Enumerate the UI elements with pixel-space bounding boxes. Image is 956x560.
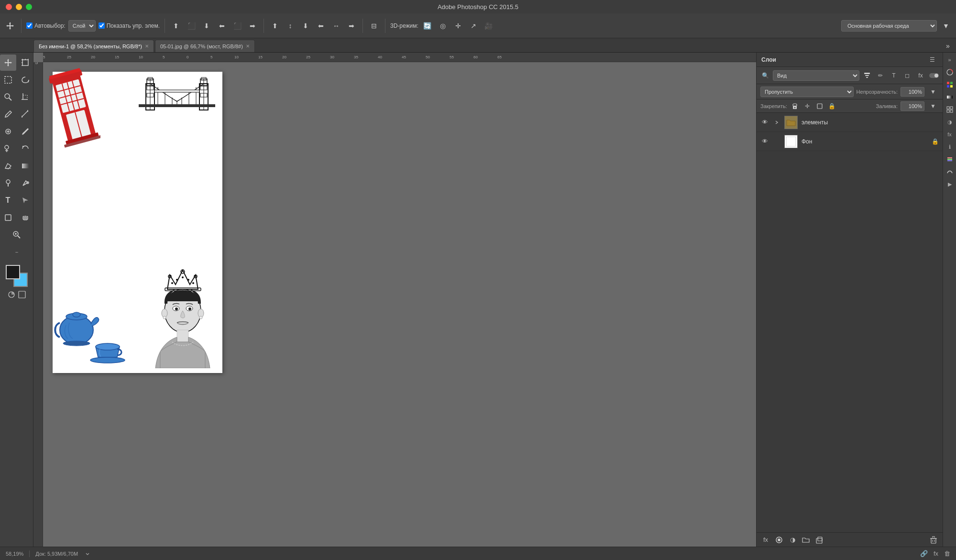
adjust-mini-icon[interactable]: ◑ xyxy=(945,117,955,127)
add-layer-icon[interactable] xyxy=(814,535,824,545)
show-transform-checkbox-label[interactable]: Показать упр. элем. xyxy=(99,22,160,29)
show-transform-checkbox[interactable] xyxy=(99,22,105,29)
minimize-button[interactable] xyxy=(16,4,22,10)
move-tool[interactable] xyxy=(0,55,16,71)
tower-bridge-element[interactable] xyxy=(139,77,215,115)
align-left-icon[interactable]: ⬅ xyxy=(216,20,228,32)
screen-mode-icon[interactable] xyxy=(17,290,27,299)
tab-2-close[interactable]: ✕ xyxy=(246,44,250,49)
move-tool-toolbar[interactable] xyxy=(4,20,16,32)
clone-stamp-tool[interactable] xyxy=(0,141,16,157)
dist-top-icon[interactable]: ⬆ xyxy=(269,20,281,32)
style-mini-icon[interactable]: fx xyxy=(945,129,955,140)
add-fx-icon[interactable]: fx xyxy=(760,535,771,545)
dist-right-icon[interactable]: ➡ xyxy=(345,20,358,32)
color-swatches[interactable] xyxy=(6,265,28,287)
blend-mode-dropdown[interactable]: Пропустить xyxy=(760,87,854,97)
dist-bottom-icon[interactable]: ⬇ xyxy=(299,20,312,32)
threed-rotate-icon[interactable]: 🔄 xyxy=(421,20,434,32)
phone-booth-element[interactable] xyxy=(48,67,100,151)
text-tool[interactable]: T xyxy=(0,192,16,209)
lasso-tool[interactable] xyxy=(17,72,33,88)
maximize-button[interactable] xyxy=(26,4,32,10)
eyedropper-tool[interactable] xyxy=(0,106,16,122)
autoselect-type-dropdown[interactable]: Слой xyxy=(68,20,96,32)
eraser-tool[interactable] xyxy=(0,158,16,174)
layer-visibility-elements[interactable]: 👁 xyxy=(760,118,769,127)
workspace-dropdown[interactable]: Основная рабочая среда xyxy=(841,20,937,32)
autoselect-checkbox-label[interactable]: Автовыбор: xyxy=(26,22,66,29)
queen-element[interactable] xyxy=(146,263,220,368)
dodge-tool[interactable] xyxy=(0,175,16,191)
gradient-tool[interactable] xyxy=(17,158,33,174)
layer-item-background[interactable]: 👁 Фон 🔒 xyxy=(757,132,943,151)
measure-tool[interactable] xyxy=(17,106,33,122)
filter-pen-icon[interactable]: ✏ xyxy=(875,70,886,81)
threed-pan-icon[interactable]: ✛ xyxy=(452,20,464,32)
lock-artboard-icon[interactable] xyxy=(815,101,824,111)
tabs-overflow-icon[interactable]: » xyxy=(942,40,954,52)
align-vert-center-icon[interactable]: ⬛ xyxy=(185,20,198,32)
layer-visibility-background[interactable]: 👁 xyxy=(760,137,769,146)
add-folder-icon[interactable] xyxy=(801,535,811,545)
filter-fx-icon[interactable]: fx xyxy=(915,70,926,81)
channels-mini-icon[interactable] xyxy=(945,154,955,165)
tab-1[interactable]: Без имени-1 @ 58,2% (элементы, RGB/8*) ✕ xyxy=(33,40,154,52)
lock-pixels-icon[interactable] xyxy=(790,101,800,111)
dist-vert-icon[interactable]: ↕ xyxy=(284,20,297,32)
quick-select-tool[interactable] xyxy=(0,89,16,105)
rect-marquee-tool[interactable] xyxy=(0,72,16,88)
delete-layer-icon[interactable] xyxy=(928,535,939,545)
doc-info-arrow-icon[interactable] xyxy=(84,550,91,558)
layers-menu-icon[interactable]: ☰ xyxy=(926,54,938,66)
panel-collapse-icon[interactable]: » xyxy=(945,55,955,65)
lock-all-icon[interactable]: 🔒 xyxy=(827,101,837,111)
lock-move-icon[interactable]: ✛ xyxy=(802,101,812,111)
align-horiz-center-icon[interactable]: ⬛ xyxy=(231,20,243,32)
filter-toggle-icon[interactable] xyxy=(928,70,940,81)
extras-tool[interactable]: ··· xyxy=(9,244,25,260)
path-selection-tool[interactable] xyxy=(17,192,33,209)
add-adjustment-icon[interactable]: ◑ xyxy=(787,535,798,545)
workspace-arrow-icon[interactable]: ▼ xyxy=(940,20,952,32)
fx-status-icon[interactable]: fx xyxy=(934,550,938,557)
filter-search-icon[interactable]: 🔍 xyxy=(759,70,771,81)
paths-mini-icon[interactable] xyxy=(945,166,955,177)
distribute-icon[interactable]: ⊟ xyxy=(368,20,380,32)
link-status-icon[interactable]: 🔗 xyxy=(920,550,928,557)
actions-mini-icon[interactable]: ▶ xyxy=(945,179,955,189)
close-button[interactable] xyxy=(6,4,12,10)
patterns-mini-icon[interactable] xyxy=(945,104,955,115)
fill-input[interactable] xyxy=(901,101,924,111)
crop-tool[interactable] xyxy=(17,89,33,105)
align-bottom-icon[interactable]: ⬇ xyxy=(200,20,213,32)
filter-shape-icon[interactable]: ◻ xyxy=(901,70,913,81)
canvas-area[interactable]: 5 25 20 15 10 5 0 5 10 15 20 25 30 35 40… xyxy=(33,53,756,547)
tab-1-close[interactable]: ✕ xyxy=(145,44,149,49)
fill-arrow-icon[interactable]: ▼ xyxy=(927,100,939,112)
window-controls[interactable] xyxy=(6,4,32,10)
threed-camera-icon[interactable]: 🎥 xyxy=(483,20,495,32)
dist-horiz-icon[interactable]: ↔ xyxy=(330,20,342,32)
filter-type-icon[interactable] xyxy=(861,70,873,81)
quick-mask-icon[interactable] xyxy=(7,290,16,299)
layer-item-elements[interactable]: 👁 элементы xyxy=(757,113,943,132)
autoselect-checkbox[interactable] xyxy=(26,22,33,29)
trash-status-icon[interactable]: 🗑 xyxy=(944,550,950,557)
opacity-input[interactable] xyxy=(901,87,924,97)
pen-tool[interactable] xyxy=(17,175,33,191)
add-mask-icon[interactable] xyxy=(774,535,784,545)
tab-2[interactable]: 05-01.jpg @ 66,7% (мост, RGB/8#) ✕ xyxy=(155,40,255,52)
healing-brush-tool[interactable] xyxy=(0,123,16,140)
tea-cup-element[interactable] xyxy=(88,337,127,363)
layer-expand-icon[interactable] xyxy=(773,119,780,126)
threed-orbit-icon[interactable]: ◎ xyxy=(437,20,449,32)
foreground-color-swatch[interactable] xyxy=(6,265,20,279)
hand-tool[interactable] xyxy=(17,209,33,226)
zoom-tool[interactable] xyxy=(9,227,25,243)
opacity-arrow-icon[interactable]: ▼ xyxy=(927,86,939,98)
align-right-icon[interactable]: ➡ xyxy=(246,20,259,32)
artboard-tool[interactable] xyxy=(17,55,33,71)
color-mini-icon[interactable] xyxy=(945,67,955,77)
layers-filter-dropdown[interactable]: Вид xyxy=(773,70,859,81)
